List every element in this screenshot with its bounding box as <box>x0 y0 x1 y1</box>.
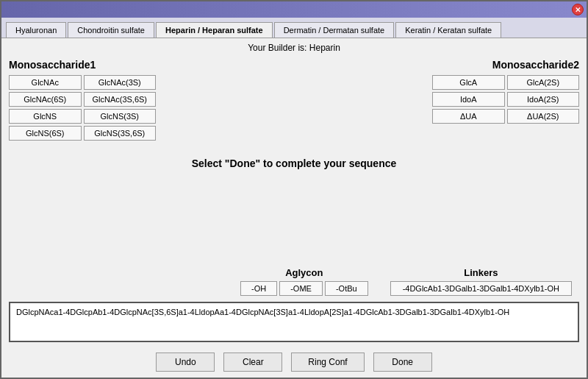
mono2-title: Monosaccharide2 <box>432 59 579 71</box>
aglycon-ome-button[interactable]: -OME <box>279 281 323 296</box>
linkers-title: Linkers <box>464 267 498 278</box>
tab-keratan[interactable]: Keratin / Keratan sulfate <box>395 22 501 38</box>
ring-conf-button[interactable]: Ring Conf <box>291 353 364 372</box>
mono1-btn-2[interactable]: GlcNAc(6S) <box>9 92 82 107</box>
linkers-panel: Linkers -4DGlcAb1-3DGalb1-3DGalb1-4DXylb… <box>390 267 572 296</box>
aglycon-buttons: -OH -OME -OtBu <box>240 281 368 296</box>
linker-button[interactable]: -4DGlcAb1-3DGalb1-3DGalb1-4DXylb1-OH <box>390 281 572 296</box>
main-content: Monosaccharide1 GlcNAc GlcNAc(3S) GlcNAc… <box>1 56 587 348</box>
aglycon-oh-button[interactable]: -OH <box>240 281 277 296</box>
builder-label: Your Builder is: Heparin <box>1 38 587 56</box>
mono1-btn-6[interactable]: GlcNS(6S) <box>9 126 82 141</box>
aglycon-otbu-button[interactable]: -OtBu <box>325 281 368 296</box>
mono1-btn-7[interactable]: GlcNS(3S,6S) <box>84 126 157 141</box>
select-done-text: Select "Done" to complete your sequence <box>192 157 397 169</box>
monosaccharide1-panel: Monosaccharide1 GlcNAc GlcNAc(3S) GlcNAc… <box>9 59 156 267</box>
mono1-btn-1[interactable]: GlcNAc(3S) <box>84 75 157 90</box>
undo-button[interactable]: Undo <box>156 353 215 372</box>
mono2-btn-2[interactable]: IdoA <box>432 92 505 107</box>
mono2-btn-5[interactable]: ΔUA(2S) <box>507 109 580 124</box>
mono2-btn-4[interactable]: ΔUA <box>432 109 505 124</box>
tab-hyaluronan[interactable]: Hyaluronan <box>6 22 66 38</box>
tabs-bar: Hyaluronan Chondroitin sulfate Heparin /… <box>1 18 587 38</box>
aglycon-panel: Aglycon -OH -OME -OtBu <box>240 267 368 296</box>
mono1-btn-0[interactable]: GlcNAc <box>9 75 82 90</box>
mono1-btn-3[interactable]: GlcNAc(3S,6S) <box>84 92 157 107</box>
sequence-text: DGlcpNAca1-4DGlcpAb1-4DGlcpNAc[3S,6S]a1-… <box>16 308 509 316</box>
mono2-grid: GlcA GlcA(2S) IdoA IdoA(2S) ΔUA ΔUA(2S) <box>432 75 579 124</box>
mono2-btn-1[interactable]: GlcA(2S) <box>507 75 580 90</box>
tab-dermatin[interactable]: Dermatin / Dermatan sulfate <box>274 22 395 38</box>
center-panel: Select "Done" to complete your sequence <box>163 59 425 267</box>
aglycon-linkers-wrapper: Aglycon -OH -OME -OtBu Linkers -4DGlcAb1… <box>9 267 572 296</box>
aglycon-title: Aglycon <box>285 267 323 278</box>
title-bar: ✕ <box>1 1 587 18</box>
done-button[interactable]: Done <box>373 353 432 372</box>
monosaccharide2-panel: Monosaccharide2 GlcA GlcA(2S) IdoA IdoA(… <box>432 59 579 267</box>
tab-heparin[interactable]: Heparin / Heparan sulfate <box>156 22 273 38</box>
clear-button[interactable]: Clear <box>223 353 282 372</box>
sequence-box: DGlcpNAca1-4DGlcpAb1-4DGlcpNAc[3S,6S]a1-… <box>9 302 579 342</box>
close-button[interactable]: ✕ <box>572 4 584 15</box>
mono2-btn-0[interactable]: GlcA <box>432 75 505 90</box>
mono2-btn-3[interactable]: IdoA(2S) <box>507 92 580 107</box>
main-window: ✕ Hyaluronan Chondroitin sulfate Heparin… <box>0 0 588 379</box>
mono1-btn-4[interactable]: GlcNS <box>9 109 82 124</box>
mono1-btn-5[interactable]: GlcNS(3S) <box>84 109 157 124</box>
bottom-buttons: Undo Clear Ring Conf Done <box>1 348 587 378</box>
top-section: Monosaccharide1 GlcNAc GlcNAc(3S) GlcNAc… <box>9 59 579 267</box>
tab-chondroitin[interactable]: Chondroitin sulfate <box>68 22 154 38</box>
mono1-grid: GlcNAc GlcNAc(3S) GlcNAc(6S) GlcNAc(3S,6… <box>9 75 156 141</box>
mono1-title: Monosaccharide1 <box>9 59 156 71</box>
